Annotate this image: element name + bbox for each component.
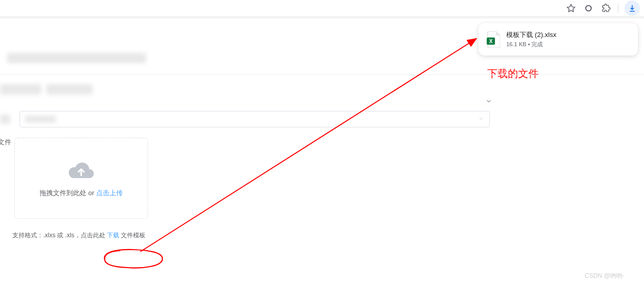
upload-drag-text: 拖拽文件到此处 or xyxy=(40,189,96,197)
upload-dropzone[interactable]: 拖拽文件到此处 or 点击上传 xyxy=(14,138,148,219)
star-icon[interactable] xyxy=(565,3,577,14)
browser-toolbar xyxy=(0,0,644,18)
toolbar-divider xyxy=(618,4,618,13)
chevron-down-icon[interactable] xyxy=(485,98,492,107)
blurred-text xyxy=(0,84,41,95)
blurred-value xyxy=(25,116,56,123)
page-content: 文件 拖拽文件到此处 or 点击上传 支持格式：.xlxs 或 .xls，点击此… xyxy=(0,39,644,240)
svg-text:X: X xyxy=(489,39,493,44)
download-filename: 模板下载 (2).xlsx xyxy=(506,30,630,40)
downloads-button[interactable] xyxy=(624,1,640,16)
circle-icon[interactable] xyxy=(583,3,594,14)
chevron-down-icon xyxy=(478,115,484,124)
upload-row: 文件 拖拽文件到此处 or 点击上传 xyxy=(0,138,644,219)
hint-suffix: 文件模板 xyxy=(119,232,145,239)
cloud-upload-icon xyxy=(67,159,96,183)
upload-hint-text: 拖拽文件到此处 or 点击上传 xyxy=(40,188,123,198)
annotation-circle xyxy=(97,248,166,270)
download-template-link[interactable]: 下载 xyxy=(107,232,119,239)
extensions-icon[interactable] xyxy=(600,3,612,14)
excel-file-icon: X xyxy=(487,31,500,48)
csdn-watermark: CSDN @哟哟- xyxy=(584,272,624,280)
format-hint: 支持格式：.xlxs 或 .xls，点击此处 下载 文件模板 xyxy=(12,231,145,240)
blurred-heading xyxy=(7,53,146,63)
select-dropdown[interactable] xyxy=(20,111,490,127)
svg-point-1 xyxy=(586,5,592,11)
hint-prefix: 支持格式：.xlxs 或 .xls，点击此处 xyxy=(12,232,107,239)
blurred-label xyxy=(0,115,10,124)
upload-click-link[interactable]: 点击上传 xyxy=(96,189,123,197)
divider-line xyxy=(0,74,644,75)
form-select-row xyxy=(0,111,644,127)
upload-field-label: 文件 xyxy=(0,138,11,147)
blurred-text xyxy=(46,84,93,95)
download-meta: 16.1 KB • 完成 xyxy=(506,41,630,48)
download-info: 模板下载 (2).xlsx 16.1 KB • 完成 xyxy=(506,30,630,48)
download-popup[interactable]: X 模板下载 (2).xlsx 16.1 KB • 完成 xyxy=(479,23,638,55)
svg-marker-0 xyxy=(567,4,575,11)
